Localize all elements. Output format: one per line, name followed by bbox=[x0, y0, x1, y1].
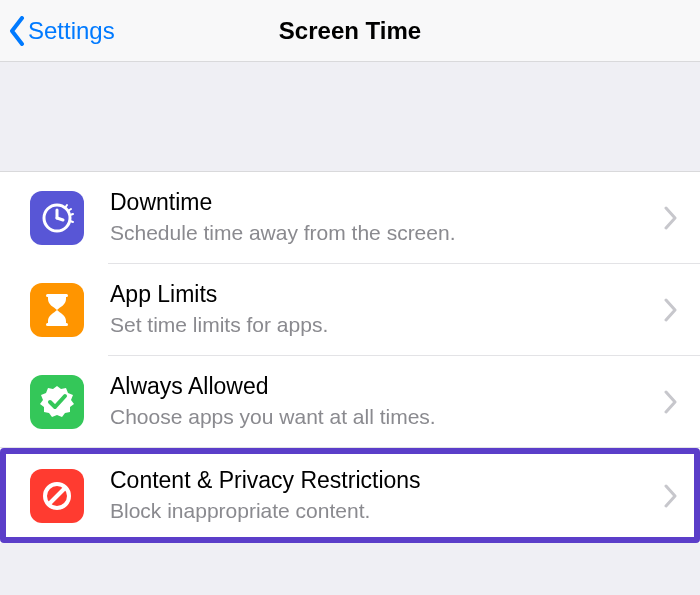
chevron-right-icon bbox=[664, 484, 678, 508]
svg-line-6 bbox=[70, 221, 73, 222]
settings-list: Downtime Schedule time away from the scr… bbox=[0, 172, 700, 543]
chevron-left-icon bbox=[8, 16, 26, 46]
svg-line-5 bbox=[70, 214, 73, 215]
row-subtitle: Choose apps you want at all times. bbox=[110, 403, 650, 431]
chevron-right-icon bbox=[664, 298, 678, 322]
back-button[interactable]: Settings bbox=[8, 0, 115, 61]
row-text: Downtime Schedule time away from the scr… bbox=[110, 188, 650, 247]
navigation-bar: Settings Screen Time bbox=[0, 0, 700, 62]
row-content-privacy[interactable]: Content & Privacy Restrictions Block ina… bbox=[6, 454, 694, 537]
row-title: Content & Privacy Restrictions bbox=[110, 466, 650, 495]
svg-line-2 bbox=[57, 218, 63, 220]
no-symbol-icon bbox=[30, 469, 84, 523]
chevron-right-icon bbox=[664, 206, 678, 230]
row-text: Content & Privacy Restrictions Block ina… bbox=[110, 466, 650, 525]
svg-line-10 bbox=[49, 488, 65, 504]
row-text: Always Allowed Choose apps you want at a… bbox=[110, 372, 650, 431]
row-app-limits[interactable]: App Limits Set time limits for apps. bbox=[0, 264, 700, 355]
back-label: Settings bbox=[28, 17, 115, 45]
row-text: App Limits Set time limits for apps. bbox=[110, 280, 650, 339]
row-subtitle: Schedule time away from the screen. bbox=[110, 219, 650, 247]
row-title: Downtime bbox=[110, 188, 650, 217]
svg-rect-7 bbox=[46, 294, 68, 297]
row-subtitle: Block inappropriate content. bbox=[110, 497, 650, 525]
row-title: Always Allowed bbox=[110, 372, 650, 401]
row-subtitle: Set time limits for apps. bbox=[110, 311, 650, 339]
highlight-box: Content & Privacy Restrictions Block ina… bbox=[0, 448, 700, 543]
svg-rect-8 bbox=[46, 323, 68, 326]
section-gap bbox=[0, 62, 700, 172]
hourglass-icon bbox=[30, 283, 84, 337]
downtime-icon bbox=[30, 191, 84, 245]
row-always-allowed[interactable]: Always Allowed Choose apps you want at a… bbox=[0, 356, 700, 447]
page-title: Screen Time bbox=[279, 17, 421, 45]
checkmark-seal-icon bbox=[30, 375, 84, 429]
row-downtime[interactable]: Downtime Schedule time away from the scr… bbox=[0, 172, 700, 263]
row-title: App Limits bbox=[110, 280, 650, 309]
chevron-right-icon bbox=[664, 390, 678, 414]
